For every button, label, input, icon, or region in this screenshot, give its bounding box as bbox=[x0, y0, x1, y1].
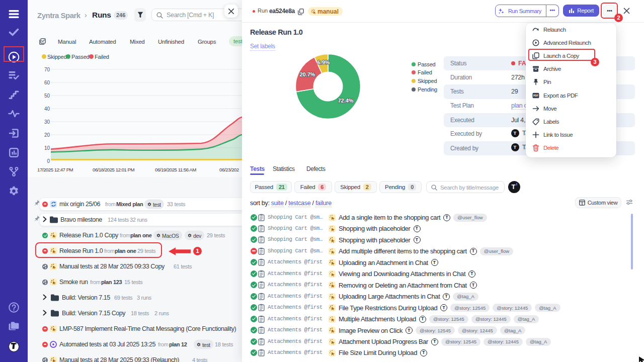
svg-text:70: 70 bbox=[44, 67, 50, 72]
svg-text:0: 0 bbox=[47, 158, 50, 164]
svg-text:06/23/202: 06/23/202 bbox=[219, 167, 239, 172]
svg-text:60: 60 bbox=[44, 80, 50, 85]
svg-text:50: 50 bbox=[44, 93, 50, 99]
svg-text:40: 40 bbox=[44, 106, 50, 112]
svg-text:20: 20 bbox=[44, 132, 50, 138]
svg-text:30: 30 bbox=[44, 119, 50, 125]
svg-text:17/2025 12:47 PM: 17/2025 12:47 PM bbox=[37, 167, 73, 172]
svg-text:6.9%: 6.9% bbox=[317, 59, 330, 65]
svg-text:06/19/2025 11:56 AM: 06/19/2025 11:56 AM bbox=[155, 167, 196, 172]
svg-text:06/18/2025 12:01 PM: 06/18/2025 12:01 PM bbox=[93, 167, 135, 172]
svg-text:PDF: PDF bbox=[533, 94, 538, 97]
svg-text:20.7%: 20.7% bbox=[299, 71, 315, 77]
svg-text:10: 10 bbox=[44, 145, 50, 151]
svg-text:72.4%: 72.4% bbox=[338, 98, 353, 104]
